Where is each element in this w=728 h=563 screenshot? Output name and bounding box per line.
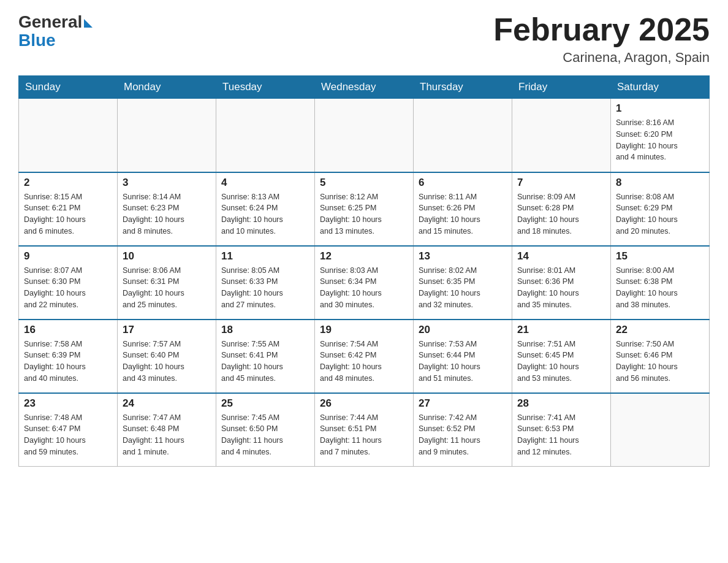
- day-number: 10: [123, 250, 211, 262]
- calendar-table: SundayMondayTuesdayWednesdayThursdayFrid…: [18, 75, 710, 467]
- day-number: 7: [517, 177, 605, 189]
- weekday-header-wednesday: Wednesday: [315, 76, 414, 99]
- day-info: Sunrise: 8:07 AM Sunset: 6:30 PM Dayligh…: [24, 265, 112, 311]
- day-info: Sunrise: 8:14 AM Sunset: 6:23 PM Dayligh…: [123, 191, 211, 237]
- logo-general-text: General: [18, 12, 82, 32]
- day-info: Sunrise: 8:11 AM Sunset: 6:26 PM Dayligh…: [419, 191, 507, 237]
- day-info: Sunrise: 7:58 AM Sunset: 6:39 PM Dayligh…: [24, 339, 112, 385]
- calendar-cell: 8Sunrise: 8:08 AM Sunset: 6:29 PM Daylig…: [611, 172, 710, 246]
- calendar-cell: 11Sunrise: 8:05 AM Sunset: 6:33 PM Dayli…: [216, 246, 315, 320]
- calendar-week-row: 16Sunrise: 7:58 AM Sunset: 6:39 PM Dayli…: [19, 320, 710, 393]
- calendar-cell: 28Sunrise: 7:41 AM Sunset: 6:53 PM Dayli…: [512, 393, 611, 467]
- calendar-cell: 3Sunrise: 8:14 AM Sunset: 6:23 PM Daylig…: [118, 172, 216, 246]
- calendar-cell: 6Sunrise: 8:11 AM Sunset: 6:26 PM Daylig…: [414, 172, 512, 246]
- calendar-week-row: 2Sunrise: 8:15 AM Sunset: 6:21 PM Daylig…: [19, 172, 710, 246]
- day-number: 13: [419, 250, 507, 262]
- day-info: Sunrise: 7:41 AM Sunset: 6:53 PM Dayligh…: [517, 412, 605, 458]
- calendar-week-row: 23Sunrise: 7:48 AM Sunset: 6:47 PM Dayli…: [19, 393, 710, 467]
- day-info: Sunrise: 8:00 AM Sunset: 6:38 PM Dayligh…: [616, 265, 704, 311]
- day-info: Sunrise: 7:55 AM Sunset: 6:41 PM Dayligh…: [221, 339, 309, 385]
- calendar-cell: 24Sunrise: 7:47 AM Sunset: 6:48 PM Dayli…: [118, 393, 216, 467]
- weekday-header-sunday: Sunday: [19, 76, 118, 99]
- calendar-cell: 5Sunrise: 8:12 AM Sunset: 6:25 PM Daylig…: [315, 172, 414, 246]
- calendar-cell: 18Sunrise: 7:55 AM Sunset: 6:41 PM Dayli…: [216, 320, 315, 393]
- day-info: Sunrise: 8:06 AM Sunset: 6:31 PM Dayligh…: [123, 265, 211, 311]
- calendar-cell: 17Sunrise: 7:57 AM Sunset: 6:40 PM Dayli…: [118, 320, 216, 393]
- calendar-cell: 14Sunrise: 8:01 AM Sunset: 6:36 PM Dayli…: [512, 246, 611, 320]
- logo-blue-text: Blue: [18, 31, 56, 50]
- day-info: Sunrise: 7:42 AM Sunset: 6:52 PM Dayligh…: [419, 412, 507, 458]
- calendar-cell: [512, 99, 611, 172]
- day-info: Sunrise: 8:13 AM Sunset: 6:24 PM Dayligh…: [221, 191, 309, 237]
- calendar-cell: 16Sunrise: 7:58 AM Sunset: 6:39 PM Dayli…: [19, 320, 118, 393]
- calendar-body: 1Sunrise: 8:16 AM Sunset: 6:20 PM Daylig…: [19, 99, 710, 467]
- calendar-cell: [216, 99, 315, 172]
- day-info: Sunrise: 7:47 AM Sunset: 6:48 PM Dayligh…: [123, 412, 211, 458]
- day-info: Sunrise: 7:48 AM Sunset: 6:47 PM Dayligh…: [24, 412, 112, 458]
- day-number: 4: [221, 177, 309, 189]
- day-number: 3: [123, 177, 211, 189]
- logo-arrow-icon: [84, 19, 93, 28]
- calendar-cell: 15Sunrise: 8:00 AM Sunset: 6:38 PM Dayli…: [611, 246, 710, 320]
- day-number: 25: [221, 397, 309, 410]
- calendar-cell: 26Sunrise: 7:44 AM Sunset: 6:51 PM Dayli…: [315, 393, 414, 467]
- day-number: 23: [24, 397, 112, 410]
- day-number: 11: [221, 250, 309, 262]
- day-number: 6: [419, 177, 507, 189]
- weekday-header-friday: Friday: [512, 76, 611, 99]
- calendar-cell: [315, 99, 414, 172]
- month-title: February 2025: [493, 12, 710, 47]
- weekday-header-thursday: Thursday: [414, 76, 512, 99]
- title-block: February 2025 Carinena, Aragon, Spain: [493, 12, 710, 66]
- weekday-header-saturday: Saturday: [611, 76, 710, 99]
- calendar-cell: 23Sunrise: 7:48 AM Sunset: 6:47 PM Dayli…: [19, 393, 118, 467]
- day-number: 2: [24, 177, 112, 189]
- day-number: 18: [221, 324, 309, 336]
- day-info: Sunrise: 7:44 AM Sunset: 6:51 PM Dayligh…: [320, 412, 408, 458]
- day-number: 14: [517, 250, 605, 262]
- calendar-cell: 20Sunrise: 7:53 AM Sunset: 6:44 PM Dayli…: [414, 320, 512, 393]
- day-info: Sunrise: 7:57 AM Sunset: 6:40 PM Dayligh…: [123, 339, 211, 385]
- calendar-cell: 7Sunrise: 8:09 AM Sunset: 6:28 PM Daylig…: [512, 172, 611, 246]
- day-number: 26: [320, 397, 408, 410]
- day-number: 27: [419, 397, 507, 410]
- calendar-cell: [611, 393, 710, 467]
- calendar-week-row: 9Sunrise: 8:07 AM Sunset: 6:30 PM Daylig…: [19, 246, 710, 320]
- calendar-cell: 12Sunrise: 8:03 AM Sunset: 6:34 PM Dayli…: [315, 246, 414, 320]
- day-number: 19: [320, 324, 408, 336]
- day-info: Sunrise: 7:51 AM Sunset: 6:45 PM Dayligh…: [517, 339, 605, 385]
- calendar-cell: 4Sunrise: 8:13 AM Sunset: 6:24 PM Daylig…: [216, 172, 315, 246]
- calendar-cell: [19, 99, 118, 172]
- calendar-cell: 22Sunrise: 7:50 AM Sunset: 6:46 PM Dayli…: [611, 320, 710, 393]
- day-number: 8: [616, 177, 704, 189]
- weekday-header-monday: Monday: [118, 76, 216, 99]
- calendar-cell: 19Sunrise: 7:54 AM Sunset: 6:42 PM Dayli…: [315, 320, 414, 393]
- day-info: Sunrise: 8:09 AM Sunset: 6:28 PM Dayligh…: [517, 191, 605, 237]
- calendar-cell: [118, 99, 216, 172]
- calendar-cell: 10Sunrise: 8:06 AM Sunset: 6:31 PM Dayli…: [118, 246, 216, 320]
- day-number: 28: [517, 397, 605, 410]
- calendar-header: SundayMondayTuesdayWednesdayThursdayFrid…: [19, 76, 710, 99]
- calendar-week-row: 1Sunrise: 8:16 AM Sunset: 6:20 PM Daylig…: [19, 99, 710, 172]
- weekday-header-tuesday: Tuesday: [216, 76, 315, 99]
- day-info: Sunrise: 7:45 AM Sunset: 6:50 PM Dayligh…: [221, 412, 309, 458]
- day-number: 21: [517, 324, 605, 336]
- day-number: 20: [419, 324, 507, 336]
- day-info: Sunrise: 8:03 AM Sunset: 6:34 PM Dayligh…: [320, 265, 408, 311]
- logo: General Blue: [18, 12, 93, 50]
- weekday-header-row: SundayMondayTuesdayWednesdayThursdayFrid…: [19, 76, 710, 99]
- day-info: Sunrise: 8:12 AM Sunset: 6:25 PM Dayligh…: [320, 191, 408, 237]
- calendar-cell: 21Sunrise: 7:51 AM Sunset: 6:45 PM Dayli…: [512, 320, 611, 393]
- day-number: 16: [24, 324, 112, 336]
- calendar-cell: 25Sunrise: 7:45 AM Sunset: 6:50 PM Dayli…: [216, 393, 315, 467]
- page-header: General Blue February 2025 Carinena, Ara…: [18, 12, 710, 66]
- day-number: 1: [616, 102, 704, 115]
- calendar-cell: [414, 99, 512, 172]
- calendar-cell: 13Sunrise: 8:02 AM Sunset: 6:35 PM Dayli…: [414, 246, 512, 320]
- calendar-cell: 1Sunrise: 8:16 AM Sunset: 6:20 PM Daylig…: [611, 99, 710, 172]
- day-info: Sunrise: 8:05 AM Sunset: 6:33 PM Dayligh…: [221, 265, 309, 311]
- day-number: 24: [123, 397, 211, 410]
- day-info: Sunrise: 8:16 AM Sunset: 6:20 PM Dayligh…: [616, 117, 704, 163]
- day-number: 15: [616, 250, 704, 262]
- day-info: Sunrise: 8:02 AM Sunset: 6:35 PM Dayligh…: [419, 265, 507, 311]
